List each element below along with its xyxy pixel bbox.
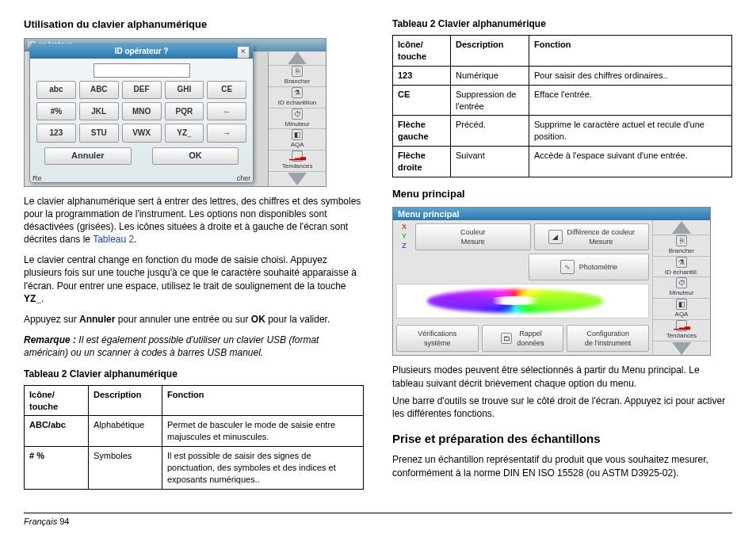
spacer <box>396 254 412 280</box>
cell-func: Efface l'entrée. <box>529 85 732 116</box>
keyboard-text-input[interactable] <box>94 63 190 78</box>
th-desc: Description <box>89 385 162 416</box>
left-column: Utilisation du clavier alphanumérique ID… <box>24 17 364 494</box>
sidebar-scroll-down[interactable] <box>653 341 710 356</box>
cell-desc: Précéd. <box>451 116 529 147</box>
label-line1: Vérifications <box>418 330 456 338</box>
text: pour annuler une entrée ou sur <box>115 314 250 325</box>
sidebar-item-trends[interactable]: ▁▂▃Tendances <box>653 320 710 341</box>
xyz-label: X Y Z <box>396 223 412 249</box>
color-gamut-graphic <box>396 284 649 318</box>
table-header-row: Icône/ touche Description Fonction <box>393 36 732 67</box>
sidebar-item-connect[interactable]: ⎘Brancher <box>653 235 710 257</box>
table2-caption-left: Tableau 2 Clavier alphanumérique <box>24 368 364 380</box>
sidebar-item-trends[interactable]: ▁▂▃Tendances <box>269 151 326 172</box>
sidebar-item-label: Minuteur <box>285 120 310 129</box>
paragraph-remark: Remarque : Il est également possible d'u… <box>24 334 364 359</box>
table-row: Flèche gauche Précéd. Supprime le caract… <box>393 116 732 147</box>
cell-key: Flèche droite <box>393 147 451 177</box>
sidebar-item-aqa[interactable]: ◧AQA <box>653 299 710 320</box>
cancel-button[interactable]: Annuler <box>44 147 132 165</box>
sidebar-item-label: Tendances <box>282 162 313 171</box>
footer-rule <box>24 513 732 513</box>
section-heading-sample-prep: Prise et préparation des échantillons <box>392 431 732 447</box>
sidebar-item-label: AQA <box>291 141 304 150</box>
key-vwx[interactable]: VWX <box>122 124 162 142</box>
curve-icon: ∿ <box>560 260 575 274</box>
key-def[interactable]: DEF <box>122 81 162 99</box>
table-row: CE Suppression de l'entrée Efface l'entr… <box>393 85 732 116</box>
menu-btn-color-measure[interactable]: CouleurMesure <box>415 223 531 250</box>
sidebar-item-aqa[interactable]: ◧AQA <box>269 129 326 151</box>
table2-caption-right: Tableau 2 Clavier alphanumérique <box>392 17 732 30</box>
menu-btn-photometry[interactable]: ∿Photométrie <box>529 254 649 280</box>
key-stu[interactable]: STU <box>79 124 119 142</box>
key-left-arrow[interactable]: ← <box>207 102 246 120</box>
sidebar-scroll-up[interactable] <box>269 51 326 67</box>
cell-key: 123 <box>393 66 451 85</box>
label-line2: de l'instrument <box>585 339 631 347</box>
timer-icon: ⏱ <box>676 277 687 288</box>
key-pqr[interactable]: PQR <box>165 102 204 120</box>
key-mno[interactable]: MNO <box>122 102 162 120</box>
keyboard-body: ID opérateur ? ✕ abc ABC DEF GHI CE #% J… <box>25 51 326 186</box>
main-menu-body: X Y Z CouleurMesure ◢Différence de coule… <box>393 220 710 355</box>
footer-language: Français <box>24 517 57 526</box>
aqa-icon: ◧ <box>676 299 687 310</box>
label-line2: système <box>424 339 451 347</box>
link-tableau2[interactable]: Tableau 2 <box>93 234 134 245</box>
key-ce[interactable]: CE <box>207 81 246 99</box>
key-123[interactable]: 123 <box>36 124 76 142</box>
keyboard-dialog-screenshot: ID opérateur ID opérateur ? ✕ abc ABC DE… <box>24 38 326 187</box>
table-row: ABC/abc Alphabétique Permet de basculer … <box>25 416 364 447</box>
main-menu-sidebar: ⎘Brancher ⚗ID échantill. ⏱Minuteur ◧AQA … <box>652 220 710 355</box>
text: . <box>134 234 136 245</box>
sidebar-scroll-up[interactable] <box>653 220 710 235</box>
main-menu-titlebar: Menu principal <box>393 208 710 220</box>
close-icon[interactable]: ✕ <box>237 46 250 59</box>
key-ghi[interactable]: GHI <box>165 81 204 99</box>
th-icon: Icône/ touche <box>25 385 89 416</box>
ok-button[interactable]: OK <box>152 147 239 165</box>
flask-icon: ⚗ <box>676 257 687 268</box>
plug-icon: ⎘ <box>676 235 687 246</box>
text: Appuyez sur <box>24 314 79 325</box>
section-heading-main-menu: Menu principal <box>392 187 732 201</box>
menu-btn-system-checks[interactable]: Vérificationssystème <box>396 325 479 352</box>
chevron-down-icon <box>288 173 307 185</box>
menu-btn-color-diff[interactable]: ◢Différence de couleurMesure <box>534 223 650 250</box>
sidebar-item-label: Brancher <box>669 247 694 256</box>
paragraph-keyboard-intro: Le clavier alphanumérique sert à entrer … <box>24 195 364 246</box>
two-column-layout: Utilisation du clavier alphanumérique ID… <box>24 17 732 494</box>
sidebar-item-connect[interactable]: ⎘Brancher <box>269 66 326 87</box>
menu-btn-recall-data[interactable]: 🗀Rappeldonnées <box>482 325 564 352</box>
keyboard-dialog: ID opérateur ? ✕ abc ABC DEF GHI CE #% J… <box>29 44 254 183</box>
key-abc-lower[interactable]: abc <box>36 81 76 99</box>
compare-icon: ◢ <box>548 230 563 244</box>
text: pour la valider. <box>265 314 330 325</box>
paragraph-sample-prep: Prenez un échantillon représentatif du p… <box>392 453 732 479</box>
key-yz[interactable]: YZ_ <box>165 124 204 142</box>
sidebar-scroll-down[interactable] <box>269 172 326 186</box>
sidebar-item-sample-id[interactable]: ⚗ID échantillon <box>269 87 326 109</box>
th-func: Fonction <box>529 36 732 67</box>
label: Photométrie <box>579 262 618 272</box>
keyboard-sidebar: ⎘Brancher ⚗ID échantillon ⏱Minuteur ◧AQA… <box>268 51 326 186</box>
xyz-y: Y <box>402 231 407 241</box>
keyboard-dialog-title: ID opérateur ? <box>30 44 253 59</box>
key-symbols[interactable]: #% <box>36 102 76 120</box>
xyz-z: Z <box>402 241 407 250</box>
cell-key: ABC/abc <box>25 416 89 447</box>
label-line1: Rappel <box>519 330 542 338</box>
key-jkl[interactable]: JKL <box>79 102 119 120</box>
flask-icon: ⚗ <box>292 87 303 98</box>
table-row: Flèche droite Suivant Accède à l'espace … <box>393 147 732 177</box>
th-desc: Description <box>451 36 529 67</box>
key-abc-upper[interactable]: ABC <box>79 81 119 99</box>
sidebar-item-timer[interactable]: ⏱Minuteur <box>653 277 710 299</box>
sidebar-item-timer[interactable]: ⏱Minuteur <box>269 109 326 130</box>
sidebar-item-sample-id[interactable]: ⚗ID échantill. <box>653 257 710 278</box>
key-right-arrow[interactable]: → <box>207 124 246 142</box>
menu-btn-instrument-config[interactable]: Configurationde l'instrument <box>567 325 649 352</box>
page: Utilisation du clavier alphanumérique ID… <box>0 0 756 534</box>
